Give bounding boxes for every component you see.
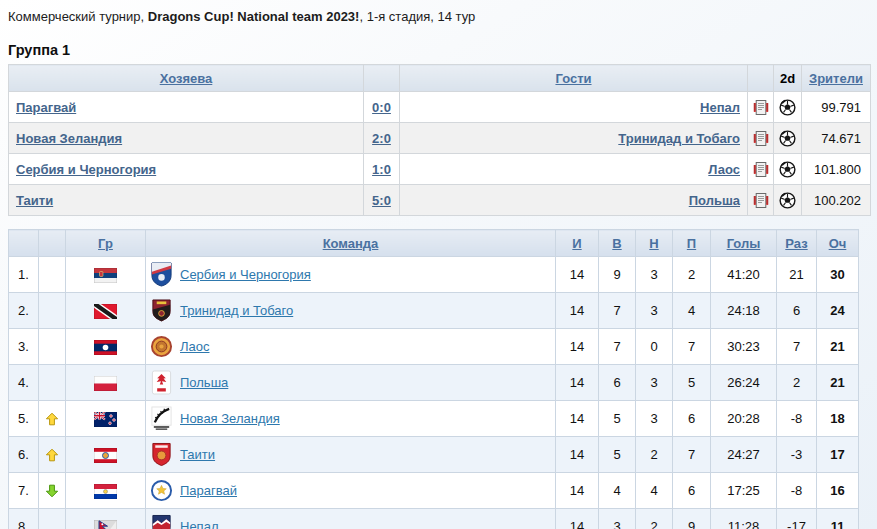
team-link[interactable]: Польша (180, 375, 228, 390)
score-link[interactable]: 1:0 (372, 162, 391, 177)
diff-value: 6 (777, 293, 817, 329)
points-value: 18 (817, 401, 859, 437)
spectators-value: 101.800 (802, 154, 871, 185)
goals-value: 30:23 (711, 329, 777, 365)
losses-value: 6 (673, 473, 711, 509)
match-report-icon[interactable] (748, 185, 774, 216)
guest-team-link[interactable]: Тринидад и Тобаго (618, 131, 740, 146)
guest-team-cell: Польша (400, 185, 748, 216)
standings-header-row: Гр Команда И В Н П Голы Раз Оч (9, 230, 859, 257)
football-icon[interactable] (774, 123, 802, 154)
flag-cell (66, 401, 146, 437)
team-cell: Парагвай (146, 473, 556, 509)
flag-poland (94, 376, 117, 391)
team-link[interactable]: Новая Зеландия (180, 411, 280, 426)
trend-cell (39, 257, 66, 293)
guest-team-link[interactable]: Лаос (708, 162, 740, 177)
position-value: 7. (9, 473, 39, 509)
title-prefix: Коммерческий турнир, (8, 9, 148, 24)
guests-header-link[interactable]: Гости (555, 71, 591, 86)
wins-value: 7 (599, 329, 636, 365)
diff-header: Раз (777, 230, 817, 257)
home-team-link[interactable]: Новая Зеландия (16, 131, 122, 146)
guest-team-link[interactable]: Непал (700, 100, 740, 115)
team-link[interactable]: Сербия и Черногория (180, 267, 311, 282)
team-header-link[interactable]: Команда (323, 236, 379, 251)
match-row: Парагвай 0:0 Непал 99.791 (9, 92, 871, 123)
spectators-value: 99.791 (802, 92, 871, 123)
guest-team-cell: Лаос (400, 154, 748, 185)
crest-paraguay (150, 478, 173, 503)
guests-header: Гости (400, 65, 748, 92)
score-link[interactable]: 2:0 (372, 131, 391, 146)
crest-new-zealand (150, 406, 173, 431)
wins-header-link[interactable]: В (612, 236, 621, 251)
played-header: И (556, 230, 599, 257)
diff-header-link[interactable]: Раз (785, 236, 807, 251)
diff-value: -17 (777, 509, 817, 529)
team-link[interactable]: Непал (180, 519, 218, 529)
football-icon[interactable] (774, 92, 802, 123)
played-value: 14 (556, 509, 599, 529)
spectators-value: 74.671 (802, 123, 871, 154)
standings-table: Гр Команда И В Н П Голы Раз Оч 1. Сербия… (8, 229, 859, 529)
team-link[interactable]: Таити (180, 447, 215, 462)
flag-cell (66, 257, 146, 293)
standings-row: 3. Лаос 14 7 0 7 30:23 7 21 (9, 329, 859, 365)
goals-value: 11:28 (711, 509, 777, 529)
hosts-header-link[interactable]: Хозяева (160, 71, 213, 86)
football-icon[interactable] (774, 154, 802, 185)
standings-row: 5. Новая Зеландия 14 5 3 6 20:28 -8 18 (9, 401, 859, 437)
group-col-header-link[interactable]: Гр (98, 236, 113, 251)
crest-nepal (150, 514, 173, 529)
position-value: 6. (9, 437, 39, 473)
score-link[interactable]: 0:0 (372, 100, 391, 115)
guest-team-cell: Тринидад и Тобаго (400, 123, 748, 154)
points-value: 21 (817, 365, 859, 401)
team-link[interactable]: Тринидад и Тобаго (180, 303, 293, 318)
played-header-link[interactable]: И (572, 236, 581, 251)
home-team-link[interactable]: Сербия и Черногория (16, 162, 156, 177)
draws-header-link[interactable]: Н (649, 236, 658, 251)
match-report-icon[interactable] (748, 123, 774, 154)
draws-value: 2 (636, 509, 673, 529)
losses-header-link[interactable]: П (687, 236, 696, 251)
spectators-header-link[interactable]: Зрители (809, 71, 863, 86)
played-value: 14 (556, 473, 599, 509)
trend-cell (39, 365, 66, 401)
losses-value: 7 (673, 437, 711, 473)
home-team-link[interactable]: Таити (16, 193, 53, 208)
losses-value: 2 (673, 257, 711, 293)
diff-value: 2 (777, 365, 817, 401)
points-header-link[interactable]: Оч (829, 236, 847, 251)
match-report-icon[interactable] (748, 154, 774, 185)
goals-value: 20:28 (711, 401, 777, 437)
wins-value: 4 (599, 473, 636, 509)
home-team-cell: Сербия и Черногория (9, 154, 364, 185)
team-cell: Новая Зеландия (146, 401, 556, 437)
diff-value: 7 (777, 329, 817, 365)
losses-header: П (673, 230, 711, 257)
team-link[interactable]: Парагвай (180, 483, 237, 498)
draws-value: 3 (636, 293, 673, 329)
team-link[interactable]: Лаос (180, 339, 210, 354)
up-arrow-icon (39, 401, 66, 437)
home-team-link[interactable]: Парагвай (16, 100, 76, 115)
goals-value: 24:18 (711, 293, 777, 329)
guest-team-cell: Непал (400, 92, 748, 123)
match-header-row: Хозяева Гости 2d Зрители (9, 65, 871, 92)
football-icon[interactable] (774, 185, 802, 216)
wins-value: 7 (599, 293, 636, 329)
trend-cell (39, 329, 66, 365)
played-value: 14 (556, 401, 599, 437)
guest-team-link[interactable]: Польша (689, 193, 740, 208)
score-link[interactable]: 5:0 (372, 193, 391, 208)
losses-value: 6 (673, 401, 711, 437)
points-header: Оч (817, 230, 859, 257)
trend-cell (39, 293, 66, 329)
goals-header-link[interactable]: Голы (727, 236, 761, 251)
team-cell: Непал (146, 509, 556, 529)
match-report-icon[interactable] (748, 92, 774, 123)
team-cell: Польша (146, 365, 556, 401)
page-title: Коммерческий турнир, Dragons Cup! Nation… (8, 9, 877, 24)
